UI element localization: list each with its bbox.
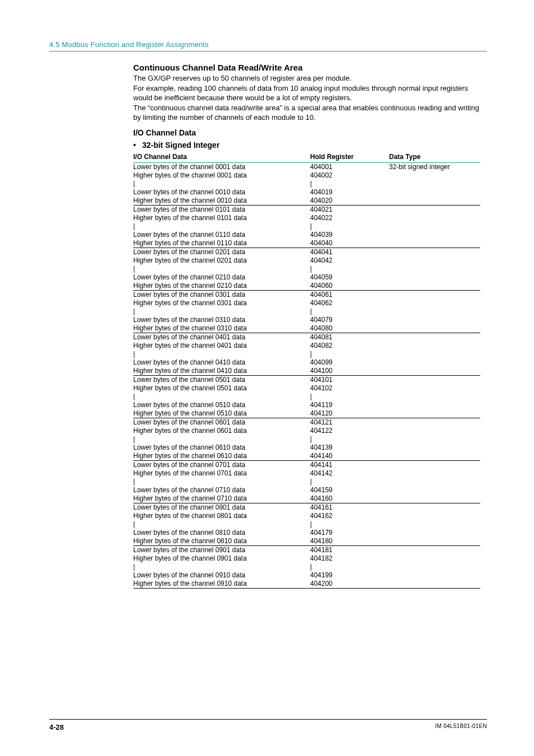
cell-data-type [389,384,480,393]
cell-channel-desc: Lower bytes of the channel 0301 data [133,290,310,299]
table-row: Lower bytes of the channel 0310 data4040… [133,316,480,324]
cell-data-type [389,333,480,342]
cell-channel-desc: Higher bytes of the channel 0201 data [133,256,310,265]
cell-hold-register: 404021 [310,205,389,214]
cell-channel-desc: Higher bytes of the channel 0401 data [133,342,310,350]
ellipsis-cell: | [310,307,389,316]
table-row: Higher bytes of the channel 0901 data404… [133,554,480,563]
cell-hold-register: 404181 [310,545,389,554]
cell-data-type [389,299,480,307]
cell-data-type [389,409,480,418]
ellipsis-cell: | [133,307,310,316]
cell-data-type [389,427,480,435]
cell-data-type [389,231,480,239]
cell-hold-register: 404081 [310,333,389,342]
cell-channel-desc: Higher bytes of the channel 0910 data [133,580,310,589]
ellipsis-cell: | [310,393,389,401]
page-number: 4-28 [49,723,64,731]
section-header: 4.5 Modbus Function and Register Assignm… [49,40,487,49]
ellipsis-cell: | [133,520,310,529]
cell-hold-register: 404020 [310,197,389,206]
ellipsis-cell [389,350,480,358]
cell-data-type [389,375,480,384]
cell-data-type [389,529,480,537]
cell-data-type [389,282,480,291]
cell-channel-desc: Higher bytes of the channel 0801 data [133,512,310,520]
cell-hold-register: 404061 [310,290,389,299]
cell-channel-desc: Lower bytes of the channel 0110 data [133,231,310,239]
cell-channel-desc: Higher bytes of the channel 0301 data [133,299,310,307]
cell-channel-desc: Lower bytes of the channel 0101 data [133,205,310,214]
cell-hold-register: 404179 [310,529,389,537]
cell-hold-register: 404180 [310,537,389,546]
table-ellipsis-row: || [133,520,480,529]
cell-data-type: 32-bit signed integer [389,162,480,171]
table-row: Lower bytes of the channel 0301 data4040… [133,290,480,299]
cell-channel-desc: Higher bytes of the channel 0501 data [133,384,310,393]
table-row: Lower bytes of the channel 0710 data4041… [133,486,480,494]
ellipsis-cell: | [310,265,389,273]
table-row: Lower bytes of the channel 0101 data4040… [133,205,480,214]
cell-channel-desc: Higher bytes of the channel 0110 data [133,239,310,248]
ellipsis-cell: | [310,478,389,486]
ellipsis-cell: | [133,478,310,486]
table-row: Lower bytes of the channel 0801 data4041… [133,503,480,512]
cell-data-type [389,401,480,409]
cell-hold-register: 404040 [310,239,389,248]
table-row: Lower bytes of the channel 0910 data4041… [133,571,480,580]
paragraph-line: The GX/GP reserves up to 50 channels of … [133,74,352,82]
cell-data-type [389,503,480,512]
heading-continuous-area: Continuous Channel Data Read/Write Area [133,63,487,72]
io-channel-table: I/O Channel Data Hold Register Data Type… [133,152,480,589]
footer-rule [49,719,487,720]
th-hold-register: Hold Register [310,152,389,163]
cell-hold-register: 404019 [310,188,389,197]
table-ellipsis-row: || [133,307,480,316]
cell-data-type [389,316,480,324]
cell-data-type [389,188,480,197]
table-ellipsis-row: || [133,478,480,486]
cell-channel-desc: Lower bytes of the channel 0810 data [133,529,310,537]
cell-hold-register: 404101 [310,375,389,384]
cell-channel-desc: Higher bytes of the channel 0010 data [133,197,310,206]
cell-data-type [389,197,480,206]
cell-channel-desc: Lower bytes of the channel 0001 data [133,162,310,171]
cell-channel-desc: Lower bytes of the channel 0010 data [133,188,310,197]
bullet-dot-icon: • [133,141,140,150]
cell-channel-desc: Lower bytes of the channel 0601 data [133,418,310,427]
cell-data-type [389,580,480,589]
cell-data-type [389,358,480,367]
cell-hold-register: 404059 [310,273,389,282]
table-row: Higher bytes of the channel 0801 data404… [133,512,480,520]
cell-hold-register: 404039 [310,231,389,239]
table-row: Higher bytes of the channel 0601 data404… [133,427,480,435]
cell-channel-desc: Higher bytes of the channel 0001 data [133,171,310,180]
table-ellipsis-row: || [133,563,480,571]
bullet-32bit-signed: • 32-bit Signed Integer [133,141,487,150]
ellipsis-cell: | [133,180,310,188]
table-row: Lower bytes of the channel 0001 data4040… [133,162,480,171]
cell-channel-desc: Lower bytes of the channel 0510 data [133,401,310,409]
cell-hold-register: 404162 [310,512,389,520]
table-row: Higher bytes of the channel 0701 data404… [133,469,480,478]
cell-hold-register: 404042 [310,256,389,265]
cell-channel-desc: Higher bytes of the channel 0210 data [133,282,310,291]
cell-hold-register: 404121 [310,418,389,427]
ellipsis-cell: | [310,435,389,444]
cell-data-type [389,469,480,478]
cell-hold-register: 404001 [310,162,389,171]
table-row: Lower bytes of the channel 0610 data4041… [133,444,480,452]
table-row: Higher bytes of the channel 0410 data404… [133,367,480,376]
table-row: Higher bytes of the channel 0001 data404… [133,171,480,180]
heading-io-channel-data: I/O Channel Data [133,128,487,137]
table-row: Higher bytes of the channel 0101 data404… [133,214,480,222]
cell-hold-register: 404080 [310,324,389,333]
cell-channel-desc: Higher bytes of the channel 0510 data [133,409,310,418]
bullet-label: 32-bit Signed Integer [142,141,219,150]
cell-data-type [389,545,480,554]
table-row: Higher bytes of the channel 0110 data404… [133,239,480,248]
ellipsis-cell [389,520,480,529]
ellipsis-cell: | [133,350,310,358]
cell-data-type [389,486,480,494]
ellipsis-cell: | [310,563,389,571]
